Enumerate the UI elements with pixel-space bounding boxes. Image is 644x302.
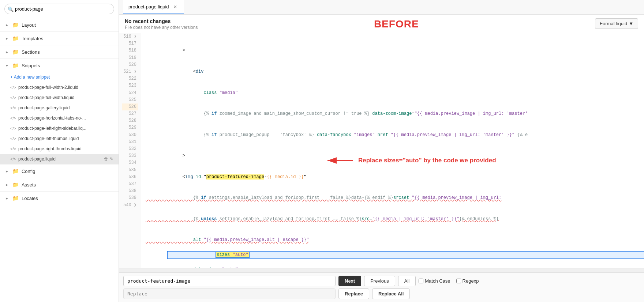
snippet-icon-1: </> (10, 85, 16, 90)
all-button[interactable]: All (398, 276, 416, 286)
folder-icon-6: 📁 (12, 182, 19, 188)
format-liquid-button[interactable]: Format liquid ▼ (595, 18, 638, 29)
chevron-down-icon: ▼ (5, 64, 9, 68)
ln-519: 519 (122, 54, 138, 61)
snippet-item-5[interactable]: </> product-page-left-right-sidebar.liq.… (0, 123, 119, 133)
code-lines: > <div class="media" {% if zoomed_image … (141, 33, 644, 272)
snippet-item-3[interactable]: </> product-page-gallery.liquid (0, 103, 119, 113)
file-info-bar: No recent changes File does not have any… (119, 15, 644, 33)
sidebar-item-assets[interactable]: ► 📁 Assets (0, 178, 119, 191)
folder-icon-4: 📁 (12, 63, 19, 68)
replace-button[interactable]: Replace (338, 288, 369, 299)
tab-close-button[interactable]: ✕ (172, 4, 179, 10)
ln-532: 532 (122, 146, 138, 152)
snippet-icon-7: </> (10, 147, 16, 151)
code-line-516: > (146, 47, 640, 54)
sidebar-section-layout: ► 📁 Layout (0, 18, 119, 32)
ln-524: 524 (122, 90, 138, 97)
ln-534: 534 (122, 159, 138, 166)
edit-icon[interactable]: ✎ (110, 156, 113, 162)
code-line-523: {% if settings.enable_lazyload and forlo… (146, 195, 640, 201)
replace-row: Replace Replace All (123, 288, 640, 299)
sidebar-section-assets: ► 📁 Assets (0, 178, 119, 192)
match-case-text: Match Case (425, 278, 450, 284)
ln-538: 538 (122, 188, 138, 195)
snippets-list: + Add a new snippet </> product-page-ful… (0, 72, 119, 164)
sidebar-label-layout: Layout (22, 22, 36, 28)
ln-518: 518 (122, 47, 138, 54)
find-input[interactable] (123, 276, 336, 286)
sidebar-label-sections: Sections (22, 49, 40, 55)
snippet-icon-3: </> (10, 106, 16, 110)
match-case-label[interactable]: Match Case (419, 278, 450, 284)
folder-icon: 📁 (12, 22, 19, 28)
ln-525: 525 (122, 97, 138, 103)
sidebar-section-sections: ► 📁 Sections (0, 45, 119, 59)
snippet-name-5: product-page-left-right-sidebar.liq... (18, 126, 86, 131)
snippet-item-1[interactable]: </> product-page-full-width-2.liquid (0, 82, 119, 93)
file-info-left: No recent changes File does not have any… (125, 18, 198, 30)
code-line-522: <img id="product-featured-image-{{ media… (146, 174, 640, 181)
sidebar-item-layout[interactable]: ► 📁 Layout (0, 18, 119, 31)
ln-533: 533 (122, 152, 138, 159)
code-line-521: > (146, 152, 640, 159)
replace-input[interactable] (123, 288, 336, 299)
code-line-519: {% if zoomed_image and main_image_show_c… (146, 110, 640, 117)
chevron-right-icon-4: ► (5, 169, 9, 173)
code-editor-wrap[interactable]: 516 ❯ 517 518 519 520 521 ❯ 522 523 524 … (119, 33, 644, 272)
checkbox-group: Match Case Regexp (419, 278, 479, 284)
sidebar-label-config: Config (22, 169, 35, 174)
code-editor: 516 ❯ 517 518 519 520 521 ❯ 522 523 524 … (119, 33, 644, 272)
ln-526: 526 (122, 103, 138, 110)
code-line-526: sizes="auto" (167, 251, 644, 259)
find-row: Next Previous All Match Case Regexp (123, 276, 640, 286)
sidebar-item-sections[interactable]: ► 📁 Sections (0, 45, 119, 58)
before-label: BEFORE (374, 18, 419, 30)
file-info-sub: File does not have any other versions (125, 25, 198, 30)
next-button[interactable]: Next (338, 276, 361, 286)
regexp-checkbox[interactable] (456, 279, 461, 283)
regexp-label[interactable]: Regexp (456, 278, 479, 284)
snippet-name-active: product-page.liquid (18, 156, 56, 162)
snippet-item-7[interactable]: </> product-page-right-thumbs.liquid (0, 144, 119, 154)
sidebar-label-templates: Templates (22, 36, 43, 41)
file-info-title: No recent changes (125, 18, 198, 24)
sidebar-item-snippets[interactable]: ▼ 📁 Snippets (0, 59, 119, 72)
add-snippet-link[interactable]: + Add a new snippet (0, 72, 119, 82)
format-liquid-label: Format liquid (600, 21, 627, 26)
code-line-518: class="media" (146, 90, 640, 97)
scrollbar-h[interactable] (119, 268, 644, 272)
chevron-right-icon-3: ► (5, 50, 9, 54)
find-replace-bar: Next Previous All Match Case Regexp Repl… (119, 272, 644, 302)
search-icon: 🔍 (8, 6, 14, 12)
snippet-item-active[interactable]: </> product-page.liquid 🗑 ✎ (0, 154, 119, 164)
format-btn-wrap: Format liquid ▼ (595, 18, 638, 29)
code-line-517: <div (146, 68, 640, 75)
previous-button[interactable]: Previous (364, 276, 395, 286)
snippet-item-6[interactable]: </> product-page-left-thumbs.liquid (0, 133, 119, 144)
snippet-name-4: product-page-horizontal-tabs-no-... (18, 116, 86, 121)
tab-product-page[interactable]: product-page.liquid ✕ (123, 0, 184, 14)
folder-icon-5: 📁 (12, 168, 19, 174)
sidebar-item-templates[interactable]: ► 📁 Templates (0, 32, 119, 45)
ln-521: 521 ❯ (122, 68, 138, 75)
chevron-right-icon: ► (5, 23, 9, 27)
match-case-checkbox[interactable] (419, 279, 423, 283)
sidebar-item-locales[interactable]: ► 📁 Locales (0, 192, 119, 205)
sidebar-section-config: ► 📁 Config (0, 165, 119, 178)
sidebar-section-locales: ► 📁 Locales (0, 192, 119, 205)
snippet-name-3: product-page-gallery.liquid (18, 105, 70, 110)
ln-531: 531 (122, 139, 138, 146)
ln-530: 530 (122, 132, 138, 139)
delete-icon[interactable]: 🗑 (104, 156, 108, 162)
tab-bar: product-page.liquid ✕ (119, 0, 644, 15)
ln-522: 522 (122, 75, 138, 82)
replace-all-button[interactable]: Replace All (372, 288, 410, 299)
sidebar-item-config[interactable]: ► 📁 Config (0, 165, 119, 178)
snippet-item-4[interactable]: </> product-page-horizontal-tabs-no-... (0, 113, 119, 123)
sidebar-section-snippets: ▼ 📁 Snippets + Add a new snippet </> pro… (0, 59, 119, 165)
tab-label: product-page.liquid (128, 4, 169, 10)
code-line-525: alt="{{ media.preview_image.alt | escape… (146, 237, 640, 244)
snippet-item-2[interactable]: </> product-page-full-width.liquid (0, 93, 119, 103)
search-input[interactable] (4, 4, 114, 14)
